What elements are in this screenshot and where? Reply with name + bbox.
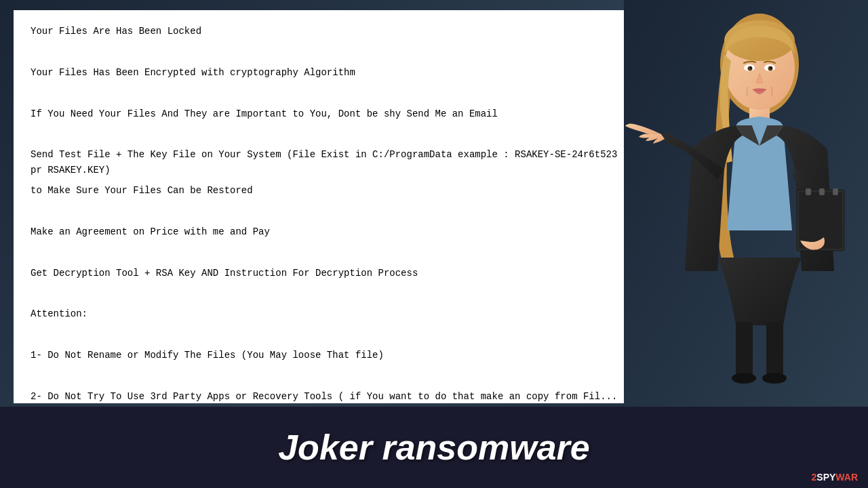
svg-point-19 — [762, 373, 787, 384]
ransom-line-11 — [31, 245, 627, 260]
logo-war: WAR — [835, 472, 858, 483]
ransom-line-5: If You Need Your Files And They are Impo… — [31, 106, 627, 121]
ransom-line-13 — [31, 286, 627, 301]
page-title: Joker ransomware — [278, 427, 590, 468]
ransom-line-attention: Attention: — [31, 306, 627, 321]
ransom-line-10: Make an Agreement on Price with me and P… — [31, 224, 627, 239]
bottom-bar: Joker ransomware — [0, 407, 868, 488]
svg-point-18 — [732, 373, 756, 384]
ransom-line-17: 2- Do Not Try To Use 3rd Party Apps or R… — [31, 389, 627, 403]
ransom-line-16 — [31, 369, 627, 384]
svg-rect-16 — [736, 322, 753, 376]
svg-rect-15 — [833, 188, 838, 195]
ransom-line-12: Get Decryption Tool + RSA Key AND Instru… — [31, 266, 627, 281]
ransom-line-14 — [31, 327, 627, 342]
ransom-line-4 — [31, 85, 627, 100]
ransom-line-1: Your Files Are Has Been Locked — [31, 24, 627, 39]
woman-figure — [624, 0, 868, 407]
ransom-line-9 — [31, 204, 627, 219]
svg-rect-17 — [766, 322, 783, 376]
ransom-line-15: 1- Do Not Rename or Modify The Files (Yo… — [31, 348, 627, 363]
ransom-line-7: Send Test File + The Key File on Your Sy… — [31, 147, 627, 178]
ransom-note-document: Your Files Are Has Been Locked Your File… — [14, 10, 644, 403]
svg-rect-13 — [806, 188, 811, 195]
svg-rect-14 — [819, 188, 825, 195]
spywar-logo: 2SPYWAR — [812, 472, 858, 483]
logo-spy: SPY — [816, 472, 835, 483]
svg-point-9 — [750, 67, 752, 69]
ransom-line-2 — [31, 44, 627, 59]
svg-point-10 — [770, 67, 772, 69]
ransom-line-3: Your Files Has Been Encrypted with crypt… — [31, 65, 627, 80]
ransom-line-6 — [31, 127, 627, 142]
ransom-line-8: to Make Sure Your Files Can be Restored — [31, 183, 627, 198]
